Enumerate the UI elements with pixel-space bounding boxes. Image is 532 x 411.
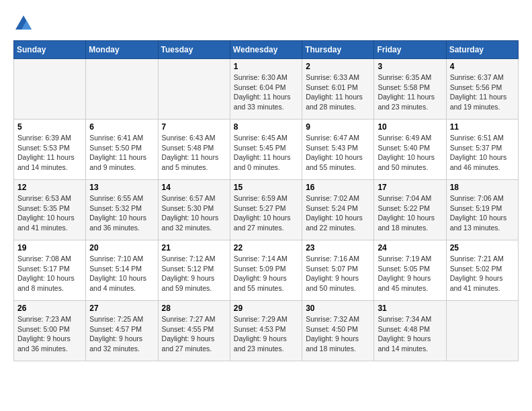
calendar-cell: 14Sunrise: 6:57 AM Sunset: 5:30 PM Dayli…: [158, 180, 230, 240]
day-info: Sunrise: 7:25 AM Sunset: 4:57 PM Dayligh…: [89, 314, 154, 354]
day-info: Sunrise: 6:59 AM Sunset: 5:27 PM Dayligh…: [234, 193, 298, 233]
calendar-cell: 19Sunrise: 7:08 AM Sunset: 5:17 PM Dayli…: [14, 240, 86, 301]
day-info: Sunrise: 7:23 AM Sunset: 5:00 PM Dayligh…: [17, 314, 82, 354]
calendar-cell: 11Sunrise: 6:51 AM Sunset: 5:37 PM Dayli…: [446, 120, 518, 180]
day-info: Sunrise: 7:32 AM Sunset: 4:50 PM Dayligh…: [306, 314, 370, 354]
calendar-cell: 20Sunrise: 7:10 AM Sunset: 5:14 PM Dayli…: [86, 240, 158, 301]
day-info: Sunrise: 7:02 AM Sunset: 5:24 PM Dayligh…: [306, 193, 370, 233]
calendar-cell: 21Sunrise: 7:12 AM Sunset: 5:12 PM Dayli…: [158, 240, 230, 301]
week-row-0: 1Sunrise: 6:30 AM Sunset: 6:04 PM Daylig…: [14, 59, 519, 120]
calendar-cell: 27Sunrise: 7:25 AM Sunset: 4:57 PM Dayli…: [86, 301, 158, 361]
header-day-wednesday: Wednesday: [230, 41, 302, 59]
day-info: Sunrise: 6:39 AM Sunset: 5:53 PM Dayligh…: [17, 133, 82, 173]
day-info: Sunrise: 6:41 AM Sunset: 5:50 PM Dayligh…: [89, 133, 154, 173]
calendar-cell: 8Sunrise: 6:45 AM Sunset: 5:45 PM Daylig…: [230, 120, 302, 180]
day-info: Sunrise: 6:35 AM Sunset: 5:58 PM Dayligh…: [378, 73, 442, 112]
calendar-cell: 15Sunrise: 6:59 AM Sunset: 5:27 PM Dayli…: [230, 180, 302, 240]
day-number: 15: [234, 183, 298, 192]
calendar: SundayMondayTuesdayWednesdayThursdayFrid…: [13, 40, 519, 361]
day-number: 30: [306, 304, 370, 313]
day-number: 27: [89, 304, 154, 313]
calendar-cell: 10Sunrise: 6:49 AM Sunset: 5:40 PM Dayli…: [374, 120, 446, 180]
calendar-cell: 4Sunrise: 6:37 AM Sunset: 5:56 PM Daylig…: [446, 59, 518, 120]
day-number: 10: [378, 122, 442, 132]
calendar-cell: 31Sunrise: 7:34 AM Sunset: 4:48 PM Dayli…: [374, 301, 446, 361]
calendar-cell: [14, 59, 86, 120]
day-number: 25: [450, 243, 515, 253]
header-day-monday: Monday: [86, 41, 158, 59]
day-number: 14: [162, 183, 226, 192]
day-info: Sunrise: 6:45 AM Sunset: 5:45 PM Dayligh…: [234, 133, 298, 173]
day-info: Sunrise: 7:06 AM Sunset: 5:19 PM Dayligh…: [450, 193, 515, 233]
day-info: Sunrise: 6:43 AM Sunset: 5:48 PM Dayligh…: [162, 133, 226, 173]
day-number: 29: [234, 304, 298, 313]
day-number: 9: [306, 122, 370, 132]
day-info: Sunrise: 7:12 AM Sunset: 5:12 PM Dayligh…: [162, 254, 226, 293]
calendar-cell: 29Sunrise: 7:29 AM Sunset: 4:53 PM Dayli…: [230, 301, 302, 361]
calendar-cell: 13Sunrise: 6:55 AM Sunset: 5:32 PM Dayli…: [86, 180, 158, 240]
day-number: 13: [89, 183, 154, 192]
calendar-cell: 12Sunrise: 6:53 AM Sunset: 5:35 PM Dayli…: [14, 180, 86, 240]
day-number: 5: [17, 122, 82, 132]
day-number: 1: [234, 62, 298, 71]
day-info: Sunrise: 7:29 AM Sunset: 4:53 PM Dayligh…: [234, 314, 298, 354]
calendar-cell: 2Sunrise: 6:33 AM Sunset: 6:01 PM Daylig…: [302, 59, 374, 120]
day-number: 18: [450, 183, 515, 192]
day-number: 4: [450, 62, 515, 71]
calendar-cell: [158, 59, 230, 120]
calendar-header: SundayMondayTuesdayWednesdayThursdayFrid…: [14, 41, 519, 59]
day-info: Sunrise: 7:27 AM Sunset: 4:55 PM Dayligh…: [162, 314, 226, 354]
day-info: Sunrise: 7:14 AM Sunset: 5:09 PM Dayligh…: [234, 254, 298, 293]
calendar-cell: 22Sunrise: 7:14 AM Sunset: 5:09 PM Dayli…: [230, 240, 302, 301]
calendar-cell: 28Sunrise: 7:27 AM Sunset: 4:55 PM Dayli…: [158, 301, 230, 361]
day-info: Sunrise: 7:16 AM Sunset: 5:07 PM Dayligh…: [306, 254, 370, 293]
header-day-saturday: Saturday: [446, 41, 518, 59]
week-row-1: 5Sunrise: 6:39 AM Sunset: 5:53 PM Daylig…: [14, 120, 519, 180]
day-number: 23: [306, 243, 370, 253]
day-info: Sunrise: 6:30 AM Sunset: 6:04 PM Dayligh…: [234, 73, 298, 112]
calendar-cell: 5Sunrise: 6:39 AM Sunset: 5:53 PM Daylig…: [14, 120, 86, 180]
week-row-2: 12Sunrise: 6:53 AM Sunset: 5:35 PM Dayli…: [14, 180, 519, 240]
day-info: Sunrise: 7:10 AM Sunset: 5:14 PM Dayligh…: [89, 254, 154, 293]
day-number: 7: [162, 122, 226, 132]
day-info: Sunrise: 6:47 AM Sunset: 5:43 PM Dayligh…: [306, 133, 370, 173]
day-number: 12: [17, 183, 82, 192]
page: SundayMondayTuesdayWednesdayThursdayFrid…: [0, 0, 532, 368]
day-number: 2: [306, 62, 370, 71]
calendar-cell: 25Sunrise: 7:21 AM Sunset: 5:02 PM Dayli…: [446, 240, 518, 301]
day-number: 21: [162, 243, 226, 253]
calendar-cell: [86, 59, 158, 120]
day-info: Sunrise: 7:19 AM Sunset: 5:05 PM Dayligh…: [378, 254, 442, 293]
logo: [13, 13, 36, 34]
week-row-4: 26Sunrise: 7:23 AM Sunset: 5:00 PM Dayli…: [14, 301, 519, 361]
header-day-tuesday: Tuesday: [158, 41, 230, 59]
day-number: 11: [450, 122, 515, 132]
day-info: Sunrise: 6:51 AM Sunset: 5:37 PM Dayligh…: [450, 133, 515, 173]
day-info: Sunrise: 7:04 AM Sunset: 5:22 PM Dayligh…: [378, 193, 442, 233]
day-number: 6: [89, 122, 154, 132]
day-info: Sunrise: 7:08 AM Sunset: 5:17 PM Dayligh…: [17, 254, 82, 293]
day-number: 26: [17, 304, 82, 313]
calendar-cell: 1Sunrise: 6:30 AM Sunset: 6:04 PM Daylig…: [230, 59, 302, 120]
day-number: 31: [378, 304, 442, 313]
header-day-friday: Friday: [374, 41, 446, 59]
day-number: 24: [378, 243, 442, 253]
day-number: 8: [234, 122, 298, 132]
day-info: Sunrise: 7:21 AM Sunset: 5:02 PM Dayligh…: [450, 254, 515, 293]
calendar-body: 1Sunrise: 6:30 AM Sunset: 6:04 PM Daylig…: [14, 59, 519, 361]
header-row: SundayMondayTuesdayWednesdayThursdayFrid…: [14, 41, 519, 59]
day-number: 17: [378, 183, 442, 192]
day-info: Sunrise: 6:37 AM Sunset: 5:56 PM Dayligh…: [450, 73, 515, 112]
calendar-cell: 23Sunrise: 7:16 AM Sunset: 5:07 PM Dayli…: [302, 240, 374, 301]
day-number: 19: [17, 243, 82, 253]
day-info: Sunrise: 6:53 AM Sunset: 5:35 PM Dayligh…: [17, 193, 82, 233]
day-info: Sunrise: 6:49 AM Sunset: 5:40 PM Dayligh…: [378, 133, 442, 173]
header-day-thursday: Thursday: [302, 41, 374, 59]
week-row-3: 19Sunrise: 7:08 AM Sunset: 5:17 PM Dayli…: [14, 240, 519, 301]
header-day-sunday: Sunday: [14, 41, 86, 59]
day-info: Sunrise: 6:55 AM Sunset: 5:32 PM Dayligh…: [89, 193, 154, 233]
day-number: 22: [234, 243, 298, 253]
calendar-cell: 17Sunrise: 7:04 AM Sunset: 5:22 PM Dayli…: [374, 180, 446, 240]
calendar-cell: 26Sunrise: 7:23 AM Sunset: 5:00 PM Dayli…: [14, 301, 86, 361]
day-info: Sunrise: 7:34 AM Sunset: 4:48 PM Dayligh…: [378, 314, 442, 354]
